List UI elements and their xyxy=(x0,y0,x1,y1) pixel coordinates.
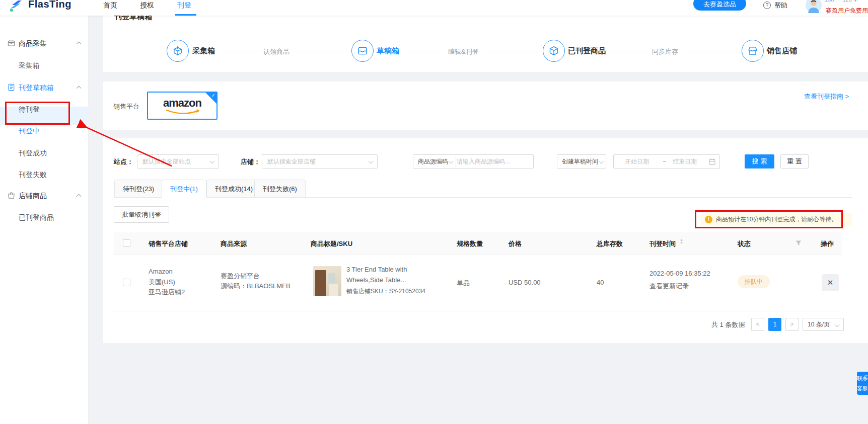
row-source-platform: 赛盈分销平台 xyxy=(221,272,260,281)
date-start-placeholder: 开始日期 xyxy=(625,155,649,168)
avatar[interactable] xyxy=(806,0,822,13)
sidebar-item-pending[interactable]: 待刊登 xyxy=(0,100,89,119)
sort-icon[interactable]: ▲▼ xyxy=(680,238,683,244)
source-code-input[interactable] xyxy=(457,155,533,168)
row-title-line1: 3 Tier End Table with xyxy=(346,266,407,273)
step-label-collect: 采集箱 xyxy=(192,46,215,56)
select-all-checkbox[interactable] xyxy=(123,239,130,247)
nav-listing[interactable]: 刊登 xyxy=(177,1,191,10)
warning-icon: ! xyxy=(705,216,712,223)
sidebar-item-success[interactable]: 刊登成功 xyxy=(0,143,89,162)
tab-success[interactable]: 刊登成功(14) xyxy=(206,180,261,198)
step-listed-box xyxy=(543,40,565,62)
nav-authorization[interactable]: 授权 xyxy=(140,1,154,10)
user-plan-label: 赛盈用户免费用 xyxy=(826,7,868,15)
collapse-caret-icon xyxy=(77,42,82,47)
calendar-icon xyxy=(709,158,715,165)
contact-service-widget[interactable]: 联系 客服 xyxy=(857,372,868,395)
listing-panel: 站点： 默认搜索全部站点 店铺： 默认搜索全部店铺 商品源编码 创建草稿时间 开… xyxy=(103,138,868,343)
page-size-select[interactable]: 10 条/页 xyxy=(803,318,844,331)
cancel-row-button[interactable]: ✕ xyxy=(822,274,839,291)
sidebar-item-listing-in-progress[interactable]: 刊登中 xyxy=(0,121,89,140)
platform-amazon-option[interactable]: amazon ✓ xyxy=(147,92,218,120)
flasting-logo-icon xyxy=(8,0,23,12)
draft-doc-icon xyxy=(8,83,15,91)
row-store-platform: Amazon xyxy=(149,268,173,275)
col-source: 商品来源 xyxy=(221,239,247,248)
app-root: 刊登草稿箱 采集箱 认领商品 草稿箱 编辑&刊登 xyxy=(0,0,868,424)
time-type-select[interactable]: 创建草稿时间 xyxy=(557,154,606,168)
date-end-placeholder: 结束日期 xyxy=(673,155,697,168)
pagination-total: 共 1 条数据 xyxy=(711,320,745,329)
chevron-down-icon xyxy=(599,159,604,164)
date-separator: ~ xyxy=(663,155,666,168)
col-spec: 规格数量 xyxy=(457,239,483,248)
col-status: 状态 xyxy=(738,239,751,248)
site-select[interactable]: 默认搜索全部站点 xyxy=(137,154,219,168)
product-thumbnail[interactable] xyxy=(313,266,341,296)
listing-guide-link[interactable]: 查看刊登指南 > xyxy=(804,92,849,101)
search-button[interactable]: 搜 索 xyxy=(745,154,774,168)
col-action: 操作 xyxy=(821,239,834,248)
nav-active-underline xyxy=(175,14,196,16)
cube-icon xyxy=(548,45,559,56)
tab-pending[interactable]: 待刊登(23) xyxy=(114,180,163,198)
sidebar-item-listed-products[interactable]: 已刊登商品 xyxy=(0,208,89,227)
shop-label: 店铺： xyxy=(241,157,260,166)
shop-select[interactable]: 默认搜索全部店铺 xyxy=(262,154,378,168)
row-update-log-link[interactable]: 查看更新记录 xyxy=(649,282,689,291)
pagination-next-button[interactable]: > xyxy=(785,318,799,331)
flasting-logo-text: FlasTing xyxy=(28,0,71,10)
row-title-line2: Wheels,Side Table... xyxy=(346,276,406,284)
row-store-site: 美国(US) xyxy=(149,278,175,287)
user-phone[interactable]: 158****123 ∨ xyxy=(825,0,857,3)
step-collect-box xyxy=(167,40,189,62)
row-sku: 销售店铺SKU：SY-21052034 xyxy=(346,287,425,296)
stepper-card: 采集箱 认领商品 草稿箱 编辑&刊登 已刊登商品 同步库存 xyxy=(103,16,868,72)
row-store-name: 亚马逊店铺2 xyxy=(149,288,185,297)
step-label-sync: 同步库存 xyxy=(652,47,678,56)
step-label-draft: 草稿箱 xyxy=(377,46,399,56)
status-badge: 排队中 xyxy=(738,275,770,288)
sidebar-group-shop-products[interactable]: 店铺商品 xyxy=(0,186,89,205)
pagination-prev-button[interactable]: < xyxy=(751,318,764,331)
chevron-down-icon xyxy=(449,159,454,164)
platform-label: 销售平台 xyxy=(113,102,139,111)
row-stock: 40 xyxy=(597,279,604,286)
sidebar-group-product-collect[interactable]: 商品采集 xyxy=(0,34,89,53)
top-navbar: FlasTing 首页 授权 刊登 去赛盈选品 ? 帮助 158****123 … xyxy=(0,0,868,16)
source-field-select[interactable]: 商品源编码 xyxy=(413,155,456,168)
help-link[interactable]: 帮助 xyxy=(774,1,787,10)
collect-icon xyxy=(8,39,15,47)
nav-home[interactable]: 首页 xyxy=(103,1,117,10)
col-stock: 总库存数 xyxy=(597,239,623,248)
shop-bag-icon xyxy=(8,192,15,199)
source-code-group: 商品源编码 xyxy=(413,154,534,168)
row-checkbox[interactable] xyxy=(123,279,130,286)
row-price: USD 50.00 xyxy=(509,279,541,286)
date-range-picker[interactable]: 开始日期 ~ 结束日期 xyxy=(613,154,720,168)
tab-listing-in-progress[interactable]: 刊登中(1) xyxy=(162,180,206,198)
sidebar-item-failed[interactable]: 刊登失败 xyxy=(0,165,89,184)
go-saiying-button[interactable]: 去赛盈选品 xyxy=(693,0,746,11)
filter-funnel-icon[interactable] xyxy=(795,240,802,246)
storefront-icon xyxy=(747,45,758,56)
batch-cancel-button[interactable]: 批量取消刊登 xyxy=(114,206,169,223)
sidebar-group-draft-box[interactable]: 刊登草稿箱 xyxy=(0,78,89,97)
col-title: 商品标题/SKU xyxy=(311,239,352,248)
step-label-store: 销售店铺 xyxy=(767,46,797,56)
collapse-caret-icon xyxy=(77,194,82,199)
sidebar-item-collect-box[interactable]: 采集箱 xyxy=(0,56,89,75)
col-store: 销售平台店铺 xyxy=(149,239,188,248)
collect-box-icon xyxy=(172,45,183,56)
collapse-caret-icon xyxy=(77,86,82,91)
row-source-code: 源编码：BLBAOSLMFB xyxy=(221,282,291,291)
reset-button[interactable]: 重 置 xyxy=(780,154,809,168)
chevron-down-icon xyxy=(369,159,374,164)
step-label-listed: 已刊登商品 xyxy=(568,46,606,56)
col-time: 刊登时间 xyxy=(649,239,676,248)
tab-failed[interactable]: 刊登失败(6) xyxy=(254,180,306,198)
pagination-page-1[interactable]: 1 xyxy=(768,318,781,331)
listing-notice: ! 商品预计在10分钟内刊登完成，请耐心等待。 xyxy=(701,213,852,226)
amazon-logo: amazon xyxy=(163,97,201,110)
